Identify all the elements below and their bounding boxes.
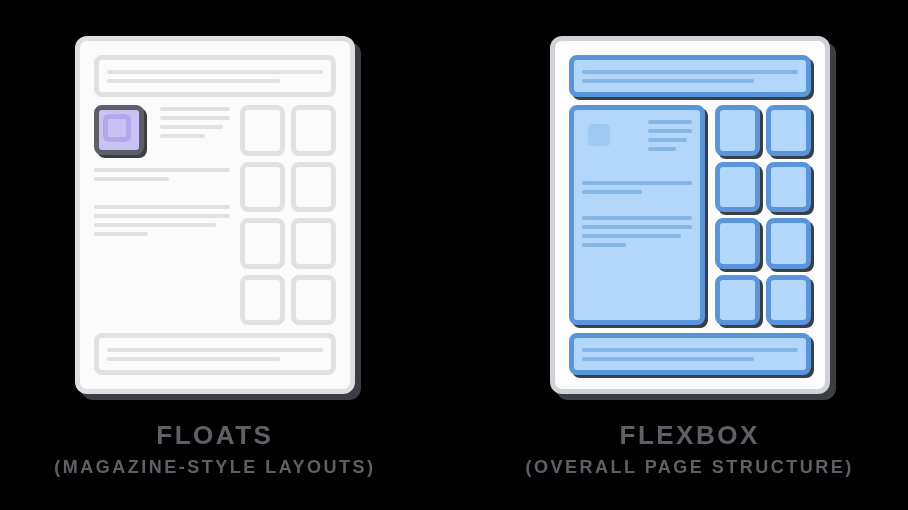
placeholder-line bbox=[94, 223, 216, 227]
placeholder-line bbox=[582, 348, 798, 352]
placeholder-line bbox=[160, 107, 230, 111]
placeholder-line bbox=[648, 120, 692, 124]
placeholder-line bbox=[648, 147, 677, 151]
grid-cell bbox=[291, 218, 336, 269]
placeholder-line bbox=[94, 232, 148, 236]
grid-cell bbox=[715, 275, 760, 326]
flexbox-mid-row bbox=[569, 105, 811, 325]
placeholder-line bbox=[582, 190, 643, 194]
placeholder-line bbox=[94, 177, 169, 181]
placeholder-line bbox=[94, 205, 230, 209]
floats-page-mock bbox=[75, 36, 355, 394]
grid-cell bbox=[766, 162, 811, 213]
grid-cell bbox=[240, 105, 285, 156]
grid-cell bbox=[766, 218, 811, 269]
flexbox-header-bar bbox=[569, 55, 811, 97]
grid-cell bbox=[715, 218, 760, 269]
placeholder-line bbox=[582, 234, 681, 238]
floats-footer-bar bbox=[94, 333, 336, 375]
placeholder-line bbox=[160, 116, 230, 120]
grid-cell bbox=[291, 275, 336, 326]
flexbox-sidebar-grid bbox=[715, 105, 811, 325]
placeholder-line bbox=[582, 216, 692, 220]
floats-header-bar bbox=[94, 55, 336, 97]
placeholder-line bbox=[648, 129, 692, 133]
floated-image-icon bbox=[94, 105, 144, 155]
grid-cell bbox=[766, 275, 811, 326]
floats-mid-row bbox=[94, 105, 336, 325]
flexbox-panel: FLEXBOX (OVERALL PAGE STRUCTURE) bbox=[526, 36, 854, 478]
floats-title: FLOATS bbox=[156, 420, 273, 451]
flexbox-subtitle: (OVERALL PAGE STRUCTURE) bbox=[526, 457, 854, 478]
placeholder-line bbox=[107, 348, 323, 352]
flexbox-page-mock bbox=[550, 36, 830, 394]
placeholder-line bbox=[160, 134, 206, 138]
placeholder-line bbox=[582, 70, 798, 74]
floats-panel: FLOATS (MAGAZINE-STYLE LAYOUTS) bbox=[54, 36, 375, 478]
placeholder-line bbox=[160, 125, 223, 129]
thumbnail-icon bbox=[582, 118, 632, 168]
placeholder-line bbox=[582, 79, 755, 83]
placeholder-line bbox=[107, 70, 323, 74]
grid-cell bbox=[715, 162, 760, 213]
placeholder-line bbox=[107, 357, 280, 361]
placeholder-line bbox=[582, 225, 692, 229]
grid-cell bbox=[240, 162, 285, 213]
floats-subtitle: (MAGAZINE-STYLE LAYOUTS) bbox=[54, 457, 375, 478]
placeholder-line bbox=[107, 79, 280, 83]
flexbox-title: FLEXBOX bbox=[620, 420, 760, 451]
placeholder-line bbox=[648, 138, 688, 142]
floats-article bbox=[94, 105, 230, 325]
placeholder-line bbox=[94, 168, 230, 172]
placeholder-line bbox=[582, 357, 755, 361]
flexbox-footer-bar bbox=[569, 333, 811, 375]
placeholder-line bbox=[582, 243, 626, 247]
placeholder-line bbox=[582, 181, 692, 185]
grid-cell bbox=[240, 218, 285, 269]
grid-cell bbox=[240, 275, 285, 326]
floats-sidebar-grid bbox=[240, 105, 336, 325]
grid-cell bbox=[715, 105, 760, 156]
grid-cell bbox=[291, 105, 336, 156]
grid-cell bbox=[291, 162, 336, 213]
thumbnail-fold-icon bbox=[588, 124, 610, 146]
flexbox-article bbox=[569, 105, 705, 325]
grid-cell bbox=[766, 105, 811, 156]
placeholder-line bbox=[94, 214, 230, 218]
